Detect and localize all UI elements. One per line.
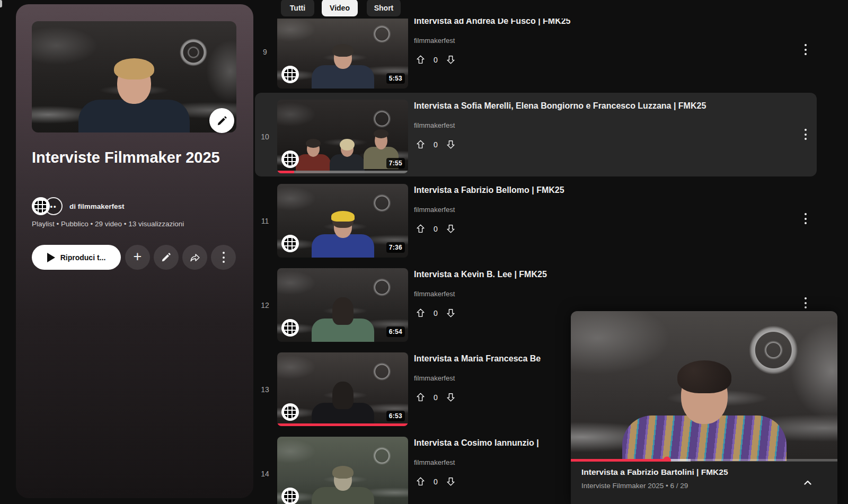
- like-icon[interactable]: [415, 476, 426, 487]
- share-icon: [189, 252, 201, 263]
- playlist-owner-row[interactable]: di filmmakerfest: [32, 197, 125, 215]
- video-row[interactable]: 9 5:53 Intervista ad Andrea De Fusco | F…: [253, 15, 818, 99]
- share-playlist-button[interactable]: [182, 245, 207, 270]
- miniplayer-title[interactable]: Intervista a Fabrizio Bartolini | FMK25: [581, 467, 806, 477]
- row-index: 14: [254, 470, 276, 478]
- video-channel[interactable]: filmmakerfest: [414, 290, 455, 298]
- like-count: 0: [434, 478, 438, 486]
- duration-badge: 7:55: [386, 158, 405, 169]
- video-thumbnail[interactable]: 7:36: [277, 184, 408, 258]
- miniplayer-expand-button[interactable]: [800, 475, 815, 490]
- miniplayer-video-frame[interactable]: [571, 311, 837, 461]
- duration-badge: 6:53: [386, 411, 405, 421]
- like-count: 0: [434, 56, 438, 64]
- channel-watermark-icon: [281, 403, 299, 421]
- playlist-thumbnail[interactable]: [32, 21, 236, 132]
- row-index: 11: [254, 217, 276, 225]
- chip-short[interactable]: Short: [367, 0, 401, 16]
- video-thumbnail[interactable]: 7:55: [277, 100, 408, 173]
- playlist-actions: Riproduci t... +: [16, 245, 253, 270]
- channel-watermark-icon: [281, 319, 299, 337]
- like-controls: 0: [415, 139, 456, 150]
- like-controls: 0: [415, 476, 456, 487]
- row-more-button[interactable]: [799, 213, 812, 224]
- video-row[interactable]: 10 7:55 Intervista a Sofia Merelli, Elen…: [253, 100, 818, 184]
- chip-tutti[interactable]: Tutti: [281, 0, 314, 16]
- row-more-button[interactable]: [799, 44, 812, 55]
- row-more-button[interactable]: [799, 297, 812, 308]
- miniplayer[interactable]: Intervista a Fabrizio Bartolini | FMK25 …: [571, 311, 837, 504]
- playlist-thumbnail-image: [32, 21, 236, 132]
- drawer-edge-hint: [0, 0, 2, 7]
- watch-progress-bar: [277, 423, 408, 426]
- row-index: 9: [254, 48, 276, 56]
- channel-watermark-icon: [281, 488, 299, 504]
- playlist-more-button[interactable]: [211, 245, 236, 270]
- like-controls: 0: [415, 223, 456, 234]
- play-all-label: Riproduci t...: [60, 253, 106, 262]
- video-channel[interactable]: filmmakerfest: [414, 121, 455, 129]
- dislike-icon[interactable]: [445, 307, 456, 319]
- like-controls: 0: [415, 54, 456, 65]
- row-index: 12: [254, 301, 276, 310]
- like-icon[interactable]: [415, 223, 426, 234]
- video-title[interactable]: Intervista a Fabrizio Bellomo | FMK25: [414, 185, 795, 195]
- duration-badge: 5:53: [386, 73, 405, 84]
- channel-watermark-icon: [281, 66, 299, 83]
- miniplayer-subtitle: Interviste Filmmaker 2025 • 6 / 29: [581, 482, 688, 490]
- dislike-icon[interactable]: [445, 54, 456, 65]
- miniplayer-info: Intervista a Fabrizio Bartolini | FMK25 …: [571, 462, 837, 504]
- like-icon[interactable]: [415, 392, 426, 403]
- like-controls: 0: [415, 307, 456, 319]
- dislike-icon[interactable]: [445, 392, 456, 403]
- like-controls: 0: [415, 392, 456, 403]
- more-icon: [217, 252, 230, 263]
- filter-chip-bar: Tutti Video Short: [253, 0, 848, 19]
- video-thumbnail[interactable]: 6:54: [277, 268, 408, 342]
- miniplayer-person: [622, 367, 787, 461]
- dislike-icon[interactable]: [445, 476, 456, 487]
- playlist-sidebar: Interviste Filmmaker 2025 di filmmakerfe…: [16, 4, 253, 498]
- video-title[interactable]: Intervista a Kevin B. Lee | FMK25: [414, 270, 795, 279]
- like-count: 0: [434, 309, 438, 317]
- edit-playlist-thumbnail-button[interactable]: [209, 108, 234, 133]
- add-icon: +: [134, 250, 142, 264]
- like-count: 0: [434, 140, 438, 149]
- play-icon: [47, 253, 55, 262]
- chip-video[interactable]: Video: [322, 0, 358, 16]
- like-count: 0: [434, 393, 438, 402]
- dislike-icon[interactable]: [445, 139, 456, 150]
- watch-progress-bar: [277, 171, 408, 173]
- row-index: 10: [254, 132, 276, 141]
- like-icon[interactable]: [415, 307, 426, 319]
- duration-badge: 7:36: [386, 242, 405, 253]
- video-channel[interactable]: filmmakerfest: [414, 458, 455, 466]
- video-channel[interactable]: filmmakerfest: [414, 206, 455, 214]
- filmmakerfest-avatar: [32, 197, 50, 215]
- video-row[interactable]: 11 7:36 Intervista a Fabrizio Bellomo | …: [253, 184, 818, 268]
- row-more-button[interactable]: [799, 129, 812, 140]
- duration-badge: 6:54: [386, 326, 405, 337]
- playlist-title: Interviste Filmmaker 2025: [32, 145, 240, 170]
- play-all-button[interactable]: Riproduci t...: [32, 245, 121, 270]
- like-count: 0: [434, 225, 438, 233]
- edit-icon: [161, 252, 172, 263]
- playlist-owner-label: di filmmakerfest: [69, 202, 125, 210]
- video-thumbnail[interactable]: 5:53: [277, 15, 408, 89]
- dislike-icon[interactable]: [445, 223, 456, 234]
- channel-watermark-icon: [281, 151, 299, 168]
- video-title[interactable]: Intervista a Sofia Merelli, Elena Bongio…: [414, 101, 795, 111]
- chevron-up-icon: [801, 476, 814, 489]
- edit-playlist-button[interactable]: [154, 245, 179, 270]
- add-to-playlist-button[interactable]: +: [125, 245, 150, 270]
- row-index: 13: [254, 385, 276, 394]
- video-thumbnail[interactable]: [277, 437, 408, 504]
- video-channel[interactable]: filmmakerfest: [414, 374, 455, 382]
- pencil-icon: [216, 115, 228, 127]
- playlist-meta: Playlist • Pubblico • 29 video • 13 visu…: [32, 220, 184, 228]
- like-icon[interactable]: [415, 54, 426, 65]
- video-channel[interactable]: filmmakerfest: [414, 37, 455, 45]
- thumbnail-person: [78, 63, 190, 132]
- video-thumbnail[interactable]: 6:53: [277, 352, 408, 426]
- like-icon[interactable]: [415, 139, 426, 150]
